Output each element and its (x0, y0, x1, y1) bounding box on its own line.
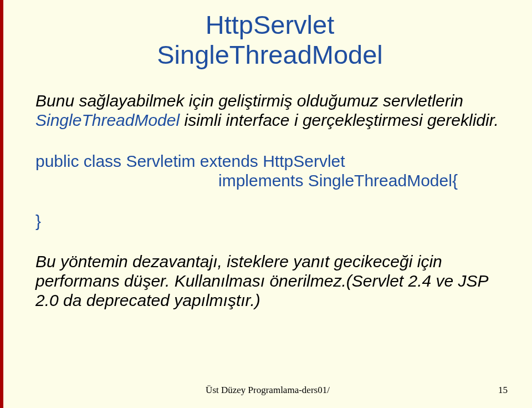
para1-pre: Bunu sağlayabilmek için geliştirmiş oldu… (35, 91, 463, 110)
title-line2: SingleThreadModel (157, 40, 383, 69)
para1-keyword: SingleThreadModel (35, 111, 180, 129)
paragraph-2: Bu yöntemin dezavantajı, isteklere yanıt… (35, 252, 504, 310)
title-line1: HttpServlet (206, 10, 334, 39)
code-line-1: public class Servletim extends HttpServl… (35, 151, 504, 171)
slide-title: HttpServlet SingleThreadModel (35, 10, 504, 70)
page-number: 15 (498, 385, 508, 396)
para1-post: isimli interface i gerçekleştirmesi gere… (180, 111, 499, 129)
code-line-2: implements SingleThreadModel{ (35, 171, 504, 190)
code-close-brace: } (35, 212, 504, 231)
footer-text: Üst Düzey Programlama-ders01/ (3, 385, 532, 396)
paragraph-1: Bunu sağlayabilmek için geliştirmiş oldu… (35, 91, 504, 130)
